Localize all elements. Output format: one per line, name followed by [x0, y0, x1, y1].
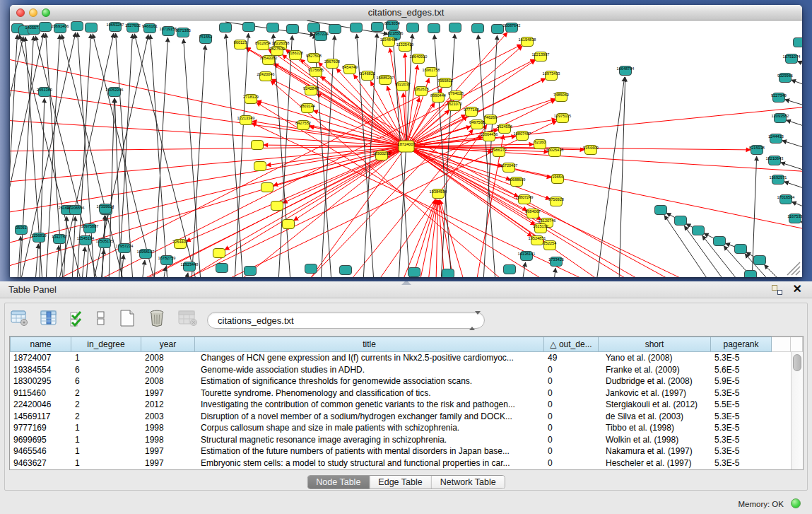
- graph-node[interactable]: 15751074: [783, 54, 801, 64]
- table-cell[interactable]: 1998: [141, 422, 195, 434]
- table-cell[interactable]: 5.3E-5: [711, 387, 772, 399]
- table-cell[interactable]: 1: [71, 352, 141, 364]
- graph-node[interactable]: 2718129: [243, 95, 259, 104]
- table-cell[interactable]: 2: [71, 411, 141, 423]
- graph-node[interactable]: 1244413: [768, 134, 784, 144]
- column-header-title[interactable]: title: [195, 337, 544, 352]
- table-cell[interactable]: 14569117: [10, 411, 71, 423]
- graph-node[interactable]: 751552: [199, 35, 213, 44]
- table-cell[interactable]: 1: [71, 434, 141, 446]
- graph-node[interactable]: 7485063: [553, 93, 569, 102]
- table-row[interactable]: 1830029562008Estimation of significance …: [10, 375, 791, 387]
- column-header-in-degree[interactable]: in_degree: [71, 337, 141, 352]
- graph-node[interactable]: [693, 226, 705, 235]
- table-cell[interactable]: 1997: [141, 387, 195, 399]
- graph-node[interactable]: 1362615: [413, 87, 429, 96]
- table-cell[interactable]: 5.3E-5: [711, 457, 772, 469]
- table-cell[interactable]: Changes of HCN gene expression and I(f) …: [195, 352, 544, 364]
- graph-node[interactable]: 9827508: [306, 54, 322, 63]
- graph-node[interactable]: [794, 38, 803, 47]
- graph-node[interactable]: 9322037: [395, 82, 411, 91]
- table-cell[interactable]: 5.3E-5: [711, 352, 772, 364]
- graph-node[interactable]: 20087642: [503, 23, 521, 33]
- graph-node[interactable]: [283, 220, 295, 229]
- table-cell[interactable]: 0: [544, 399, 599, 411]
- new-column-icon[interactable]: [118, 309, 136, 327]
- graph-node[interactable]: 19654: [552, 175, 564, 184]
- graph-node[interactable]: 9466161: [142, 24, 158, 33]
- graph-node[interactable]: 9827509: [269, 47, 285, 56]
- window-titlebar[interactable]: citations_edges.txt: [10, 5, 802, 21]
- graph-node[interactable]: 8912954: [255, 41, 271, 50]
- graph-node[interactable]: 1342757: [52, 235, 67, 244]
- graph-node[interactable]: 12093582: [772, 114, 789, 123]
- network-canvas[interactable]: 1405571720691406106532871527602946616110…: [10, 21, 802, 277]
- table-row[interactable]: 1456911722003Disruption of a novel membe…: [10, 411, 791, 423]
- graph-node[interactable]: 10719155: [160, 27, 177, 36]
- table-cell[interactable]: 9463627: [10, 457, 71, 469]
- tab-network-table[interactable]: Network Table: [432, 476, 505, 489]
- table-panel-header[interactable]: Table Panel ✕: [0, 281, 812, 298]
- graph-node[interactable]: 10653287: [107, 23, 124, 32]
- graph-node[interactable]: 11545194: [77, 236, 94, 245]
- graph-node[interactable]: 17359924: [97, 204, 114, 214]
- graph-node[interactable]: 3624554: [497, 124, 512, 134]
- table-cell[interactable]: 0: [544, 457, 599, 469]
- graph-node[interactable]: 10807487: [514, 132, 531, 141]
- graph-node[interactable]: 1621072: [447, 102, 462, 111]
- graph-node[interactable]: [40, 23, 52, 32]
- graph-node[interactable]: [472, 24, 484, 33]
- table-cell[interactable]: Dudbridge et al. (2008): [599, 375, 711, 387]
- graph-node[interactable]: 12213987: [532, 52, 550, 62]
- table-cell[interactable]: 1998: [141, 434, 195, 446]
- graph-node[interactable]: 12923448: [181, 262, 199, 271]
- graph-node[interactable]: 10543382: [260, 56, 278, 65]
- table-cell[interactable]: Stergiakouli et al. (2012): [599, 399, 711, 411]
- import-table-icon[interactable]: [178, 310, 198, 327]
- graph-node[interactable]: 18640910: [410, 54, 428, 64]
- graph-node[interactable]: 35051: [16, 226, 28, 235]
- graph-node[interactable]: [735, 245, 747, 254]
- panel-splitter-grip[interactable]: [401, 281, 411, 285]
- graph-node[interactable]: 12975115: [554, 114, 571, 123]
- graph-node[interactable]: 2651380: [37, 88, 52, 97]
- graph-node[interactable]: 860123: [234, 40, 247, 49]
- table-row[interactable]: 946362711997Embryonic stem cells: a mode…: [10, 457, 791, 469]
- table-cell[interactable]: Structural magnetic resonance image aver…: [195, 434, 544, 446]
- table-cell[interactable]: 2008: [141, 352, 195, 364]
- graph-node[interactable]: 8215938: [749, 146, 765, 155]
- graph-node[interactable]: [216, 264, 228, 273]
- table-cell[interactable]: 18724007: [10, 352, 71, 364]
- table-cell[interactable]: Disruption of a novel member of a sodium…: [195, 411, 544, 423]
- graph-node[interactable]: [220, 23, 232, 33]
- graph-node[interactable]: 2967608: [324, 59, 340, 69]
- graph-node[interactable]: 18724007: [398, 141, 416, 152]
- graph-node[interactable]: 9684067: [525, 209, 541, 218]
- graph-node[interactable]: 19958107: [137, 250, 155, 259]
- memory-status-indicator[interactable]: [791, 498, 801, 508]
- column-header-year[interactable]: year: [141, 337, 195, 352]
- table-cell[interactable]: Estimation of significance thresholds fo…: [195, 375, 544, 387]
- graph-node[interactable]: [351, 23, 363, 33]
- graph-node[interactable]: 10025438: [546, 148, 564, 157]
- graph-node[interactable]: 20206556: [67, 206, 85, 215]
- graph-node[interactable]: 20691406: [52, 24, 69, 33]
- graph-node[interactable]: [329, 25, 341, 34]
- graph-node[interactable]: [252, 141, 264, 150]
- graph-node[interactable]: 10688609: [508, 177, 526, 187]
- column-header-short[interactable]: short: [599, 337, 711, 352]
- graph-node[interactable]: [407, 23, 419, 33]
- graph-node[interactable]: [714, 237, 726, 246]
- table-cell[interactable]: 5.3E-5: [711, 434, 772, 446]
- graph-node[interactable]: 2803144: [300, 104, 315, 113]
- table-cell[interactable]: 0: [544, 411, 599, 423]
- table-cell[interactable]: Jankovic et al. (1997): [599, 387, 711, 399]
- graph-node[interactable]: 8427552: [295, 121, 311, 130]
- graph-node[interactable]: 16961758: [423, 68, 440, 77]
- graph-node[interactable]: 11325419: [396, 42, 413, 52]
- graph-node[interactable]: [754, 256, 766, 265]
- table-cell[interactable]: Wolkin et al. (1998): [599, 434, 711, 446]
- graph-node[interactable]: 12505135: [96, 239, 114, 248]
- table-row[interactable]: 1938455462009Genome-wide association stu…: [10, 364, 791, 376]
- graph-node[interactable]: [449, 23, 461, 33]
